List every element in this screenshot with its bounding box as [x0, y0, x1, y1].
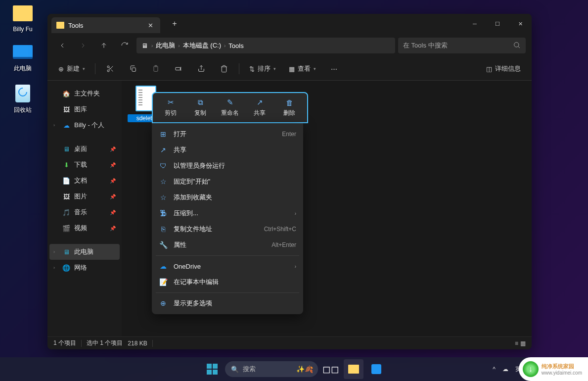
svg-rect-6 [176, 67, 180, 70]
sidebar-item-gallery[interactable]: 🖼图库 [49, 101, 120, 117]
details-pane-button[interactable]: ◫详细信息 [481, 60, 526, 77]
breadcrumb-this-pc[interactable]: 此电脑 [156, 41, 175, 50]
open-icon: ⊞ [159, 130, 168, 138]
clipboard-icon [152, 65, 160, 73]
watermark-logo-icon: ↓ [523, 361, 539, 377]
gallery-icon: 🖼 [62, 105, 70, 113]
pc-icon: 🖥 [62, 248, 70, 256]
status-bar: 1 个项目 选中 1 个项目 218 KB ≡ ▦ [47, 336, 532, 349]
breadcrumb-drive-c[interactable]: 本地磁盘 (C:) [183, 41, 221, 50]
archive-icon: 🗜 [159, 209, 168, 217]
sidebar-item-onedrive[interactable]: ›☁Billy - 个人 [49, 117, 120, 133]
sidebar-item-downloads[interactable]: ⬇下载📌 [49, 157, 120, 173]
rename-button[interactable] [169, 60, 188, 77]
view-details-button[interactable]: ≡ [515, 340, 518, 347]
breadcrumb-tools[interactable]: Tools [228, 42, 243, 49]
sidebar-item-videos[interactable]: 🎬视频📌 [49, 220, 120, 236]
view-icon: ▦ [289, 65, 295, 73]
copy-button[interactable] [123, 60, 143, 77]
sidebar-item-documents[interactable]: 📄文档📌 [49, 173, 120, 189]
address-row: 🖥 › 此电脑 › 本地磁盘 (C:) › Tools 在 Tools 中搜索 [47, 34, 532, 57]
ctx-properties[interactable]: 🔧属性Alt+Enter [152, 237, 303, 253]
chevron-right-icon: › [295, 211, 296, 216]
tray-chevron-icon[interactable]: ^ [493, 366, 496, 373]
music-icon: 🎵 [62, 208, 70, 216]
desktop-icon-this-pc[interactable]: 此电脑 [5, 42, 41, 73]
desktop-icon-user-folder[interactable]: Billy Fu [5, 3, 41, 33]
status-size: 218 KB [128, 340, 147, 347]
ctx-run-as-admin[interactable]: 🛡以管理员身份运行 [152, 158, 303, 174]
ctx-delete-button[interactable]: 🗑删除 [274, 96, 304, 119]
ctx-copy-button[interactable]: ⧉复制 [185, 96, 215, 119]
chevron-right-icon: › [224, 43, 226, 48]
sort-button[interactable]: ⇅排序▾ [244, 60, 281, 77]
ctx-open[interactable]: ⊞打开Enter [152, 126, 303, 142]
watermark-url: www.yidaimei.com [542, 370, 582, 376]
search-input[interactable]: 在 Tools 中搜索 [398, 38, 526, 53]
sidebar-item-this-pc[interactable]: ›🖥此电脑 [49, 244, 120, 260]
share-icon: ↗ [159, 146, 168, 154]
delete-button[interactable] [214, 60, 234, 77]
tab-tools[interactable]: Tools ✕ [51, 17, 160, 33]
desktop-icon-recycle-bin[interactable]: 回收站 [5, 83, 41, 114]
share-icon [197, 65, 205, 73]
ctx-edit-notepad[interactable]: 📝在记事本中编辑 [152, 274, 303, 290]
ctx-share-button[interactable]: ↗共享 [245, 96, 274, 119]
share-button[interactable] [191, 60, 211, 77]
sidebar-item-desktop[interactable]: 🖥桌面📌 [49, 141, 120, 157]
context-menu: ✂剪切 ⧉复制 ✎重命名 ↗共享 🗑删除 ⊞打开Enter ↗共享 🛡以管理员身… [152, 92, 308, 314]
sidebar-item-home[interactable]: 🏠主文件夹 [49, 86, 120, 101]
close-tab-button[interactable]: ✕ [145, 22, 155, 29]
new-button[interactable]: ⊕新建▾ [53, 60, 90, 77]
chevron-right-icon: › [178, 43, 180, 48]
taskbar-search[interactable]: 🔍搜索✨🍂 [225, 361, 318, 377]
scissors-icon [106, 65, 114, 73]
more-button[interactable]: ⋯ [324, 60, 344, 77]
cut-button[interactable] [100, 60, 120, 77]
taskbar-store[interactable] [366, 359, 386, 379]
ctx-compress[interactable]: 🗜压缩到...› [152, 205, 303, 221]
ctx-share[interactable]: ↗共享 [152, 142, 303, 158]
ctx-onedrive[interactable]: ☁OneDrive› [152, 258, 303, 274]
sidebar-item-pictures[interactable]: 🖼图片📌 [49, 189, 120, 204]
wrench-icon: 🔧 [159, 241, 168, 249]
refresh-button[interactable] [116, 38, 134, 53]
taskbar-explorer[interactable] [344, 359, 363, 379]
ctx-show-more[interactable]: ⊕显示更多选项 [152, 295, 303, 311]
close-button[interactable]: ✕ [509, 14, 532, 34]
share-icon: ↗ [257, 98, 263, 107]
download-icon: ⬇ [62, 161, 70, 169]
plus-circle-icon: ⊕ [58, 65, 64, 73]
video-icon: 🎬 [62, 224, 70, 232]
ctx-pin-to-start[interactable]: ☆固定到"开始" [152, 174, 303, 190]
ctx-rename-button[interactable]: ✎重命名 [215, 96, 245, 119]
chevron-right-icon: › [53, 123, 58, 128]
sidebar-item-music[interactable]: 🎵音乐📌 [49, 204, 120, 220]
task-view-button[interactable]: ◻◻ [321, 359, 341, 379]
scissors-icon: ✂ [168, 98, 174, 107]
start-button[interactable] [202, 359, 222, 379]
ctx-copy-path[interactable]: ⎘复制文件地址Ctrl+Shift+C [152, 221, 303, 237]
status-selected-count: 选中 1 个项目 [87, 339, 123, 347]
minimize-button[interactable]: ─ [463, 14, 486, 34]
status-item-count: 1 个项目 [53, 339, 76, 347]
svg-rect-3 [132, 68, 136, 71]
up-button[interactable] [95, 38, 113, 53]
tray-onedrive-icon[interactable]: ☁ [502, 366, 508, 373]
svg-point-0 [514, 42, 519, 47]
back-button[interactable] [53, 38, 71, 53]
maximize-button[interactable]: ☐ [486, 14, 509, 34]
view-tiles-button[interactable]: ▦ [520, 340, 526, 347]
path-icon: ⎘ [159, 225, 168, 233]
new-tab-button[interactable]: + [167, 16, 182, 31]
copy-icon: ⧉ [198, 98, 203, 107]
address-bar[interactable]: 🖥 › 此电脑 › 本地磁盘 (C:) › Tools [136, 38, 395, 53]
ctx-add-favorite[interactable]: ☆添加到收藏夹 [152, 190, 303, 205]
paste-button[interactable] [146, 60, 166, 77]
view-button[interactable]: ▦查看▾ [284, 60, 321, 77]
forward-button[interactable] [74, 38, 92, 53]
pin-icon: 📌 [110, 226, 116, 231]
ctx-cut-button[interactable]: ✂剪切 [156, 96, 185, 119]
network-icon: 🌐 [62, 264, 70, 272]
sidebar-item-network[interactable]: ›🌐网络 [49, 260, 120, 276]
